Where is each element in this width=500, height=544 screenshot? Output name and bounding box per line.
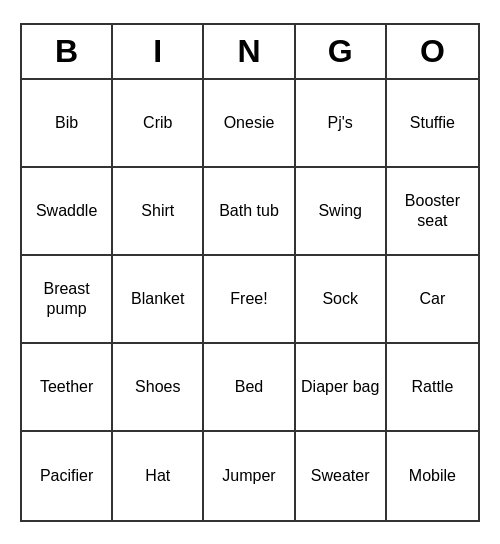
bingo-cell[interactable]: Mobile xyxy=(387,432,478,520)
cell-text: Stuffie xyxy=(410,113,455,132)
bingo-cell[interactable]: Teether xyxy=(22,344,113,432)
cell-text: Booster seat xyxy=(391,191,474,229)
cell-text: Bib xyxy=(55,113,78,132)
bingo-cell[interactable]: Car xyxy=(387,256,478,344)
bingo-grid: BibCribOnesiePj'sStuffieSwaddleShirtBath… xyxy=(22,80,478,520)
cell-text: Breast pump xyxy=(26,279,107,317)
cell-text: Pj's xyxy=(328,113,353,132)
cell-text: Diaper bag xyxy=(301,377,379,396)
bingo-cell[interactable]: Jumper xyxy=(204,432,295,520)
bingo-cell[interactable]: Swaddle xyxy=(22,168,113,256)
cell-text: Jumper xyxy=(222,466,275,485)
cell-text: Teether xyxy=(40,377,93,396)
cell-text: Bath tub xyxy=(219,201,279,220)
bingo-cell[interactable]: Sock xyxy=(296,256,387,344)
bingo-cell[interactable]: Blanket xyxy=(113,256,204,344)
cell-text: Rattle xyxy=(411,377,453,396)
header-letter: N xyxy=(204,25,295,78)
header-letter: I xyxy=(113,25,204,78)
bingo-cell[interactable]: Shoes xyxy=(113,344,204,432)
cell-text: Sweater xyxy=(311,466,370,485)
bingo-header: BINGO xyxy=(22,25,478,80)
bingo-cell[interactable]: Shirt xyxy=(113,168,204,256)
bingo-cell[interactable]: Diaper bag xyxy=(296,344,387,432)
cell-text: Shirt xyxy=(141,201,174,220)
bingo-cell[interactable]: Bib xyxy=(22,80,113,168)
bingo-cell[interactable]: Bath tub xyxy=(204,168,295,256)
cell-text: Shoes xyxy=(135,377,180,396)
bingo-cell[interactable]: Sweater xyxy=(296,432,387,520)
cell-text: Sock xyxy=(322,289,358,308)
cell-text: Crib xyxy=(143,113,172,132)
bingo-cell[interactable]: Hat xyxy=(113,432,204,520)
bingo-cell[interactable]: Free! xyxy=(204,256,295,344)
bingo-cell[interactable]: Bed xyxy=(204,344,295,432)
cell-text: Hat xyxy=(145,466,170,485)
bingo-cell[interactable]: Booster seat xyxy=(387,168,478,256)
bingo-cell[interactable]: Swing xyxy=(296,168,387,256)
cell-text: Bed xyxy=(235,377,263,396)
bingo-cell[interactable]: Pacifier xyxy=(22,432,113,520)
header-letter: O xyxy=(387,25,478,78)
cell-text: Pacifier xyxy=(40,466,93,485)
bingo-cell[interactable]: Pj's xyxy=(296,80,387,168)
cell-text: Onesie xyxy=(224,113,275,132)
bingo-card: BINGO BibCribOnesiePj'sStuffieSwaddleShi… xyxy=(20,23,480,522)
bingo-cell[interactable]: Onesie xyxy=(204,80,295,168)
cell-text: Swing xyxy=(318,201,362,220)
cell-text: Car xyxy=(420,289,446,308)
cell-text: Swaddle xyxy=(36,201,97,220)
cell-text: Blanket xyxy=(131,289,184,308)
bingo-cell[interactable]: Rattle xyxy=(387,344,478,432)
bingo-cell[interactable]: Stuffie xyxy=(387,80,478,168)
cell-text: Mobile xyxy=(409,466,456,485)
bingo-cell[interactable]: Crib xyxy=(113,80,204,168)
header-letter: B xyxy=(22,25,113,78)
cell-text: Free! xyxy=(230,289,267,308)
header-letter: G xyxy=(296,25,387,78)
bingo-cell[interactable]: Breast pump xyxy=(22,256,113,344)
